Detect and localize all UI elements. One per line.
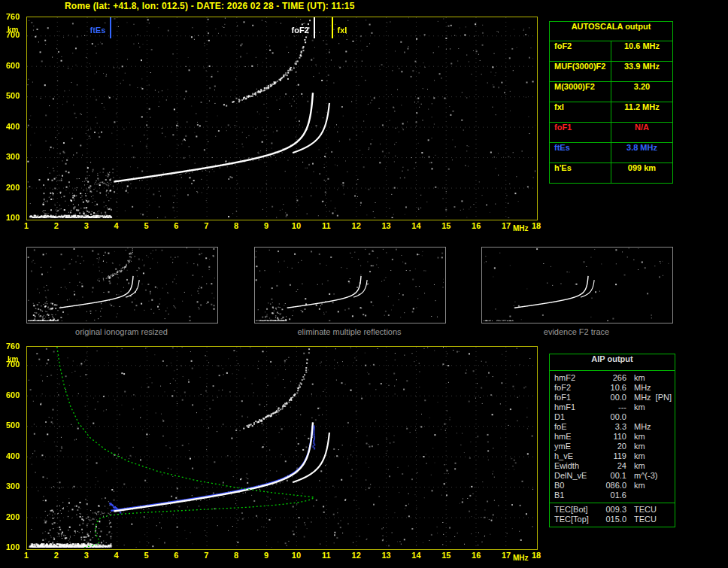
autoscala-row-label: h'Es [550, 163, 611, 183]
y-axis-tick: 200 [6, 183, 20, 192]
aip-row: hmF2266km [550, 373, 675, 383]
marker-ftes-label: ftEs [74, 26, 105, 35]
aip-row-label: B1 [554, 491, 602, 500]
autoscala-table-rows: foF210.6 MHzMUF(3000)F233.9 MHzM(3000)F2… [550, 41, 672, 183]
autoscala-row-label: M(3000)F2 [550, 82, 611, 102]
x-axis-tick: 12 [352, 551, 361, 560]
thumbnail-multiple-reflections [254, 247, 446, 323]
mhz-unit-label: MHz [513, 224, 529, 232]
aip-row-unit: km [628, 432, 675, 442]
bottom-ionogram-panel [26, 346, 538, 550]
autoscala-app-window: { "header": { "title": "Rome (lat: +41.8… [0, 0, 728, 568]
aip-row-unit: km [628, 402, 675, 412]
thumbnail-f2-trace [481, 247, 673, 323]
x-axis-tick: 8 [234, 221, 238, 230]
x-axis-tick: 11 [322, 551, 331, 560]
aip-table-rows: hmF2266kmfoF210.6MHzfoF100.0MHz[PN]hmF1-… [550, 371, 675, 524]
aip-row-value: 20 [602, 442, 628, 451]
aip-row-label: hmF2 [554, 373, 602, 383]
aip-row-value: 015.0 [602, 515, 628, 524]
autoscala-row: foF1N/A [550, 123, 672, 143]
autoscala-row-label: foF2 [550, 41, 611, 61]
aip-row: foE3.3MHz [550, 422, 675, 432]
y-axis-tick: 400 [6, 122, 20, 131]
aip-row: foF100.0MHz[PN] [550, 393, 675, 402]
autoscala-row: fxI11.2 MHz [550, 102, 672, 123]
tec-separator [550, 503, 675, 503]
aip-row-value: 110 [602, 432, 628, 442]
y-axis-tick: 100 [6, 213, 20, 222]
autoscala-row: h'Es099 km [550, 163, 672, 183]
autoscala-row-label: foF1 [550, 123, 611, 142]
x-axis-tick: 5 [144, 551, 148, 560]
aip-row-label: foE [554, 422, 602, 432]
aip-row-unit: km [628, 442, 675, 451]
autoscala-row: M(3000)F23.20 [550, 82, 672, 102]
y-axis-tick: 300 [6, 152, 20, 161]
y-axis-tick: 500 [6, 421, 20, 430]
thumbnail-canvas-f2 [482, 248, 671, 321]
aip-row-label: ymE [554, 442, 602, 451]
aip-row-value: 10.6 [602, 383, 628, 393]
x-axis-tick: 13 [381, 221, 390, 230]
autoscala-row-label: MUF(3000)F2 [550, 62, 611, 81]
x-axis-tick: 1 [24, 221, 29, 230]
x-axis-tick: 10 [292, 221, 301, 230]
thumbnail-caption-reflections: eliminate multiple reflections [254, 327, 444, 336]
km-unit-label: km [8, 26, 18, 34]
marker-ftes-line [110, 17, 111, 38]
autoscala-row-value: 11.2 MHz [611, 102, 672, 122]
aip-row-value: --- [602, 402, 628, 412]
aip-row-unit [628, 412, 675, 422]
aip-row-value: 266 [602, 373, 628, 383]
aip-table-title: AIP output [550, 354, 675, 371]
aip-row-unit: km [628, 461, 675, 471]
aip-row-unit: MHz [628, 422, 675, 432]
x-axis-tick: 3 [84, 551, 89, 560]
aip-row-label: TEC[Bot] [554, 505, 602, 515]
x-axis-tick: 7 [204, 221, 208, 230]
aip-row: ymE20km [550, 442, 675, 451]
aip-row: TEC[Bot]009.3TECU [550, 505, 675, 515]
y-axis-tick: 100 [6, 542, 20, 551]
x-axis-tick: 14 [411, 551, 420, 560]
aip-row-unit: km [628, 373, 675, 383]
x-axis-tick: 11 [322, 221, 331, 230]
x-axis-tick: 7 [204, 551, 208, 560]
aip-row-value: 00.1 [602, 471, 628, 481]
x-axis-tick: 4 [114, 221, 119, 230]
aip-row-value: 00.0 [602, 393, 628, 402]
x-axis-tick: 4 [114, 551, 119, 560]
x-axis-tick: 6 [174, 221, 178, 230]
y-axis-tick: 760 [6, 12, 20, 21]
x-axis-tick: 14 [411, 221, 420, 230]
thumbnail-original-ionogram [26, 247, 218, 323]
aip-row-value: 009.3 [602, 505, 628, 515]
aip-row-value: 086.0 [602, 481, 628, 491]
autoscala-row-value: 3.8 MHz [611, 143, 672, 163]
x-axis-tick: 5 [144, 221, 148, 230]
autoscala-row-label: fxI [550, 102, 611, 122]
x-axis-tick: 17 [502, 221, 511, 230]
x-axis-tick: 1 [24, 551, 29, 560]
aip-row: foF210.6MHz [550, 383, 675, 393]
aip-row-label: h_vE [554, 451, 602, 461]
aip-row-label: D1 [554, 412, 602, 422]
x-axis-tick: 12 [352, 221, 361, 230]
km-unit-label: km [8, 355, 18, 363]
x-axis-tick: 15 [441, 221, 450, 230]
aip-row-label: foF1 [554, 393, 602, 402]
header-title: Rome (lat: +41.8, lon: 012.5) - DATE: 20… [65, 1, 355, 11]
x-axis-tick: 18 [532, 221, 541, 230]
top-ionogram-panel: ftEsfoF2fxI [26, 17, 538, 220]
autoscala-output-table: AUTOSCALA output foF210.6 MHzMUF(3000)F2… [549, 21, 673, 184]
y-axis-tick: 760 [6, 342, 20, 351]
aip-row: hmF1---km [550, 402, 675, 412]
aip-row: DelN_vE00.1m^(-3) [550, 471, 675, 481]
thumbnail-canvas-reflections [255, 248, 444, 321]
aip-row-unit: MHz[PN] [628, 393, 675, 402]
aip-row-label: foF2 [554, 383, 602, 393]
y-axis-tick: 400 [6, 451, 20, 460]
aip-row: B0086.0km [550, 481, 675, 491]
autoscala-row-value: 33.9 MHz [611, 62, 672, 81]
